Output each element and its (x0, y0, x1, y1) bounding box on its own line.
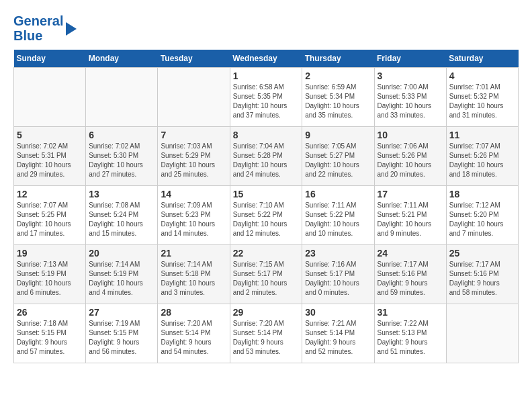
day-info: Sunrise: 7:10 AMSunset: 5:22 PMDaylight:… (233, 201, 300, 238)
calendar-cell: 30Sunrise: 7:21 AMSunset: 5:14 PMDayligh… (302, 304, 374, 363)
day-number: 6 (89, 130, 154, 140)
day-number: 5 (17, 130, 83, 140)
day-info: Sunrise: 7:04 AMSunset: 5:28 PMDaylight:… (233, 142, 300, 179)
day-info: Sunrise: 7:17 AMSunset: 5:16 PMDaylight:… (449, 260, 515, 298)
calendar-cell: 16Sunrise: 7:11 AMSunset: 5:22 PMDayligh… (302, 186, 374, 245)
day-number: 20 (89, 248, 154, 259)
day-info: Sunrise: 7:02 AMSunset: 5:30 PMDaylight:… (89, 142, 154, 179)
day-number: 25 (449, 248, 515, 259)
day-info: Sunrise: 7:17 AMSunset: 5:16 PMDaylight:… (378, 260, 443, 298)
day-number: 15 (233, 189, 300, 199)
logo-blue: Blue (13, 28, 42, 43)
day-info: Sunrise: 7:07 AMSunset: 5:25 PMDaylight:… (17, 201, 83, 238)
calendar-cell: 11Sunrise: 7:07 AMSunset: 5:26 PMDayligh… (446, 127, 518, 186)
logo-general: General (13, 13, 63, 28)
calendar-cell: 23Sunrise: 7:16 AMSunset: 5:17 PMDayligh… (302, 245, 374, 304)
calendar-week-row: 26Sunrise: 7:18 AMSunset: 5:15 PMDayligh… (14, 304, 519, 363)
day-number: 28 (161, 307, 226, 318)
day-info: Sunrise: 7:16 AMSunset: 5:17 PMDaylight:… (305, 260, 371, 298)
calendar-cell (158, 68, 230, 127)
calendar-header-row: SundayMondayTuesdayWednesdayThursdayFrid… (14, 50, 519, 68)
calendar-cell: 27Sunrise: 7:19 AMSunset: 5:15 PMDayligh… (86, 304, 158, 363)
day-number: 11 (449, 130, 515, 140)
calendar-cell: 28Sunrise: 7:20 AMSunset: 5:14 PMDayligh… (158, 304, 230, 363)
calendar-table: SundayMondayTuesdayWednesdayThursdayFrid… (13, 50, 519, 363)
day-number: 14 (161, 189, 226, 199)
calendar-cell: 18Sunrise: 7:12 AMSunset: 5:20 PMDayligh… (446, 186, 518, 245)
calendar-week-row: 19Sunrise: 7:13 AMSunset: 5:19 PMDayligh… (14, 245, 519, 304)
day-number: 16 (305, 189, 371, 199)
day-info: Sunrise: 7:18 AMSunset: 5:15 PMDaylight:… (17, 319, 83, 357)
day-info: Sunrise: 7:00 AMSunset: 5:33 PMDaylight:… (378, 83, 443, 120)
calendar-cell: 1Sunrise: 6:58 AMSunset: 5:35 PMDaylight… (230, 68, 302, 127)
calendar-cell: 5Sunrise: 7:02 AMSunset: 5:31 PMDaylight… (14, 127, 86, 186)
calendar-cell: 22Sunrise: 7:15 AMSunset: 5:17 PMDayligh… (230, 245, 302, 304)
calendar-cell: 10Sunrise: 7:06 AMSunset: 5:26 PMDayligh… (374, 127, 446, 186)
day-info: Sunrise: 7:05 AMSunset: 5:27 PMDaylight:… (305, 142, 371, 179)
logo-text: General Blue (13, 13, 63, 43)
calendar-cell (14, 68, 86, 127)
day-number: 4 (449, 71, 515, 81)
header-monday: Monday (86, 50, 158, 68)
day-number: 10 (378, 130, 443, 140)
day-number: 13 (89, 189, 154, 199)
day-number: 1 (233, 71, 300, 81)
day-number: 22 (233, 248, 300, 259)
calendar-cell: 13Sunrise: 7:08 AMSunset: 5:24 PMDayligh… (86, 186, 158, 245)
day-info: Sunrise: 7:19 AMSunset: 5:15 PMDaylight:… (89, 319, 154, 357)
day-info: Sunrise: 7:11 AMSunset: 5:22 PMDaylight:… (305, 201, 371, 238)
calendar-cell: 6Sunrise: 7:02 AMSunset: 5:30 PMDaylight… (86, 127, 158, 186)
day-info: Sunrise: 7:02 AMSunset: 5:31 PMDaylight:… (17, 142, 83, 179)
calendar-cell: 19Sunrise: 7:13 AMSunset: 5:19 PMDayligh… (14, 245, 86, 304)
header-saturday: Saturday (446, 50, 518, 68)
day-info: Sunrise: 6:58 AMSunset: 5:35 PMDaylight:… (233, 83, 300, 120)
day-info: Sunrise: 7:20 AMSunset: 5:14 PMDaylight:… (161, 319, 226, 357)
header-friday: Friday (374, 50, 446, 68)
calendar-week-row: 1Sunrise: 6:58 AMSunset: 5:35 PMDaylight… (14, 68, 519, 127)
calendar-cell: 8Sunrise: 7:04 AMSunset: 5:28 PMDaylight… (230, 127, 302, 186)
day-number: 19 (17, 248, 83, 259)
day-number: 29 (233, 307, 300, 318)
day-info: Sunrise: 7:13 AMSunset: 5:19 PMDaylight:… (17, 260, 83, 298)
day-info: Sunrise: 7:21 AMSunset: 5:14 PMDaylight:… (305, 319, 371, 357)
calendar-week-row: 12Sunrise: 7:07 AMSunset: 5:25 PMDayligh… (14, 186, 519, 245)
day-number: 31 (378, 307, 443, 318)
day-info: Sunrise: 7:22 AMSunset: 5:13 PMDaylight:… (378, 319, 443, 357)
calendar-cell: 31Sunrise: 7:22 AMSunset: 5:13 PMDayligh… (374, 304, 446, 363)
page-header: General Blue (13, 13, 519, 43)
calendar-week-row: 5Sunrise: 7:02 AMSunset: 5:31 PMDaylight… (14, 127, 519, 186)
header-tuesday: Tuesday (158, 50, 230, 68)
header-sunday: Sunday (14, 50, 86, 68)
calendar-cell: 21Sunrise: 7:14 AMSunset: 5:18 PMDayligh… (158, 245, 230, 304)
calendar-cell: 14Sunrise: 7:09 AMSunset: 5:23 PMDayligh… (158, 186, 230, 245)
day-info: Sunrise: 7:12 AMSunset: 5:20 PMDaylight:… (449, 201, 515, 238)
calendar-cell: 2Sunrise: 6:59 AMSunset: 5:34 PMDaylight… (302, 68, 374, 127)
day-info: Sunrise: 7:07 AMSunset: 5:26 PMDaylight:… (449, 142, 515, 179)
day-info: Sunrise: 7:14 AMSunset: 5:19 PMDaylight:… (89, 260, 154, 298)
calendar-cell: 12Sunrise: 7:07 AMSunset: 5:25 PMDayligh… (14, 186, 86, 245)
day-info: Sunrise: 7:11 AMSunset: 5:21 PMDaylight:… (378, 201, 443, 238)
day-info: Sunrise: 7:08 AMSunset: 5:24 PMDaylight:… (89, 201, 154, 238)
calendar-cell: 24Sunrise: 7:17 AMSunset: 5:16 PMDayligh… (374, 245, 446, 304)
day-info: Sunrise: 7:01 AMSunset: 5:32 PMDaylight:… (449, 83, 515, 120)
day-number: 23 (305, 248, 371, 259)
calendar-cell: 29Sunrise: 7:20 AMSunset: 5:14 PMDayligh… (230, 304, 302, 363)
day-info: Sunrise: 6:59 AMSunset: 5:34 PMDaylight:… (305, 83, 371, 120)
day-info: Sunrise: 7:14 AMSunset: 5:18 PMDaylight:… (161, 260, 226, 298)
logo-arrow-icon (66, 22, 77, 36)
day-info: Sunrise: 7:20 AMSunset: 5:14 PMDaylight:… (233, 319, 300, 357)
day-number: 2 (305, 71, 371, 81)
day-info: Sunrise: 7:09 AMSunset: 5:23 PMDaylight:… (161, 201, 226, 238)
calendar-cell: 26Sunrise: 7:18 AMSunset: 5:15 PMDayligh… (14, 304, 86, 363)
calendar-cell: 7Sunrise: 7:03 AMSunset: 5:29 PMDaylight… (158, 127, 230, 186)
header-thursday: Thursday (302, 50, 374, 68)
calendar-cell: 15Sunrise: 7:10 AMSunset: 5:22 PMDayligh… (230, 186, 302, 245)
day-info: Sunrise: 7:15 AMSunset: 5:17 PMDaylight:… (233, 260, 300, 298)
calendar-cell: 17Sunrise: 7:11 AMSunset: 5:21 PMDayligh… (374, 186, 446, 245)
day-number: 9 (305, 130, 371, 140)
logo: General Blue (13, 13, 77, 43)
day-number: 30 (305, 307, 371, 318)
calendar-cell: 9Sunrise: 7:05 AMSunset: 5:27 PMDaylight… (302, 127, 374, 186)
day-number: 17 (378, 189, 443, 199)
calendar-cell: 3Sunrise: 7:00 AMSunset: 5:33 PMDaylight… (374, 68, 446, 127)
